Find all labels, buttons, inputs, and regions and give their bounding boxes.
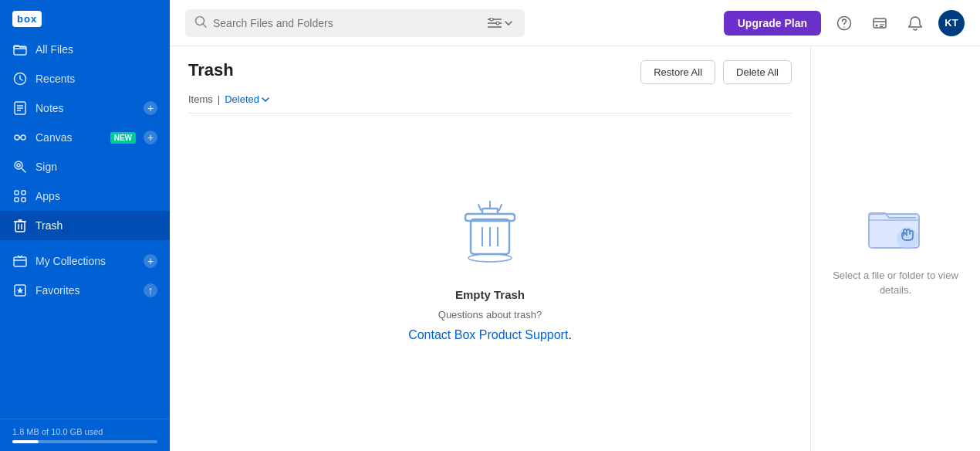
canvas-icon bbox=[12, 130, 28, 145]
details-panel-text: Select a file or folder to view details. bbox=[826, 268, 965, 298]
sign-icon bbox=[12, 159, 28, 175]
svg-rect-15 bbox=[15, 222, 25, 232]
help-icon[interactable] bbox=[832, 11, 857, 36]
sidebar-item-label-my-collections: My Collections bbox=[35, 255, 136, 267]
sidebar-item-notes[interactable]: Notes + bbox=[0, 93, 170, 123]
sidebar-item-trash[interactable]: Trash bbox=[0, 211, 170, 240]
main-area: Upgrade Plan bbox=[170, 0, 980, 451]
collections-icon bbox=[12, 253, 28, 269]
sidebar-item-label-notes: Notes bbox=[35, 102, 136, 114]
sidebar-item-label-trash: Trash bbox=[35, 219, 157, 232]
sidebar-item-sign[interactable]: Sign bbox=[0, 152, 170, 181]
svg-point-29 bbox=[843, 26, 845, 28]
svg-rect-19 bbox=[14, 257, 26, 266]
svg-point-27 bbox=[496, 22, 499, 25]
content: Trash Restore All Delete All Items | Del… bbox=[170, 46, 980, 451]
svg-point-31 bbox=[876, 24, 878, 26]
action-buttons: Restore All Delete All bbox=[640, 60, 792, 84]
favorites-add-button[interactable]: ↑ bbox=[144, 283, 157, 297]
trash-icon bbox=[12, 218, 28, 233]
svg-point-42 bbox=[468, 254, 512, 262]
notifications-icon[interactable] bbox=[903, 11, 928, 36]
sidebar-item-label-favorites: Favorites bbox=[35, 284, 136, 297]
main-panel: Trash Restore All Delete All Items | Del… bbox=[170, 46, 810, 451]
favorites-icon bbox=[12, 283, 28, 298]
sidebar-nav: All Files Recents Notes bbox=[0, 35, 170, 419]
svg-rect-14 bbox=[22, 198, 25, 202]
header-right: Upgrade Plan bbox=[724, 10, 965, 36]
svg-point-6 bbox=[15, 135, 19, 140]
content-header: Trash Restore All Delete All bbox=[170, 46, 810, 93]
empty-trash-icon bbox=[451, 192, 529, 273]
svg-rect-11 bbox=[15, 191, 19, 195]
notes-add-button[interactable]: + bbox=[144, 101, 157, 115]
notes-icon bbox=[12, 100, 28, 116]
storage-bar-bg bbox=[12, 440, 157, 443]
svg-point-10 bbox=[17, 164, 20, 167]
relay-icon[interactable] bbox=[867, 11, 892, 36]
sidebar-item-label-sign: Sign bbox=[35, 161, 157, 173]
filter-separator: | bbox=[218, 93, 220, 105]
clock-icon bbox=[12, 71, 28, 86]
link-suffix: . bbox=[568, 328, 571, 341]
sidebar-item-all-files[interactable]: All Files bbox=[0, 35, 170, 64]
sidebar-item-label-canvas: Canvas bbox=[35, 131, 103, 144]
svg-line-22 bbox=[203, 24, 206, 27]
sidebar-item-label-recents: Recents bbox=[35, 73, 157, 85]
storage-bar-fill bbox=[12, 440, 39, 443]
filter-bar: Items | Deleted bbox=[170, 93, 810, 113]
search-input[interactable] bbox=[213, 17, 478, 29]
page-title: Trash bbox=[188, 60, 234, 80]
filter-items-label: Items bbox=[188, 93, 213, 105]
user-avatar[interactable]: KT bbox=[938, 10, 965, 36]
empty-subtitle-text: Questions about trash? bbox=[438, 309, 542, 320]
canvas-new-badge: NEW bbox=[110, 132, 136, 144]
details-panel: Select a file or folder to view details. bbox=[810, 46, 980, 451]
search-bar[interactable] bbox=[185, 9, 525, 37]
apps-icon bbox=[12, 188, 28, 204]
sidebar-item-favorites[interactable]: Favorites ↑ bbox=[0, 276, 170, 305]
empty-link-line: Contact Box Product Support. bbox=[408, 328, 572, 342]
sidebar-item-my-collections[interactable]: My Collections + bbox=[0, 246, 170, 276]
svg-point-44 bbox=[897, 228, 918, 249]
search-filter-button[interactable] bbox=[485, 16, 515, 30]
upgrade-plan-button[interactable]: Upgrade Plan bbox=[724, 11, 821, 36]
restore-all-button[interactable]: Restore All bbox=[640, 60, 715, 84]
header: Upgrade Plan bbox=[170, 0, 980, 46]
sidebar: box All Files Recents bbox=[0, 0, 170, 451]
search-icon bbox=[194, 15, 207, 31]
box-logo-text: box bbox=[12, 11, 42, 27]
svg-line-40 bbox=[478, 205, 481, 210]
details-folder-icon bbox=[865, 200, 927, 257]
filter-deleted-label: Deleted bbox=[225, 93, 259, 105]
empty-subtitle: Questions about trash? bbox=[438, 309, 542, 320]
sidebar-item-canvas[interactable]: Canvas NEW + bbox=[0, 123, 170, 152]
my-collections-add-button[interactable]: + bbox=[144, 254, 157, 268]
sidebar-item-label-all-files: All Files bbox=[35, 43, 157, 56]
filter-deleted-dropdown[interactable]: Deleted bbox=[225, 93, 269, 105]
sidebar-logo[interactable]: box bbox=[0, 0, 170, 35]
contact-support-link[interactable]: Contact Box Product Support bbox=[408, 328, 568, 341]
sidebar-item-apps[interactable]: Apps bbox=[0, 181, 170, 211]
delete-all-button[interactable]: Delete All bbox=[723, 60, 792, 84]
svg-line-41 bbox=[499, 205, 502, 210]
svg-rect-13 bbox=[15, 198, 19, 202]
svg-rect-12 bbox=[22, 191, 25, 195]
svg-point-7 bbox=[21, 135, 25, 140]
sidebar-item-label-apps: Apps bbox=[35, 190, 157, 202]
storage-used-text: 1.8 MB of 10.0 GB used bbox=[12, 427, 103, 436]
sidebar-footer: 1.8 MB of 10.0 GB used bbox=[0, 419, 170, 451]
empty-title: Empty Trash bbox=[455, 288, 525, 301]
folder-icon bbox=[12, 42, 28, 57]
canvas-add-button[interactable]: + bbox=[144, 131, 157, 144]
sidebar-item-recents[interactable]: Recents bbox=[0, 64, 170, 93]
empty-state: Empty Trash Questions about trash? Conta… bbox=[170, 114, 810, 451]
svg-point-26 bbox=[490, 18, 493, 21]
